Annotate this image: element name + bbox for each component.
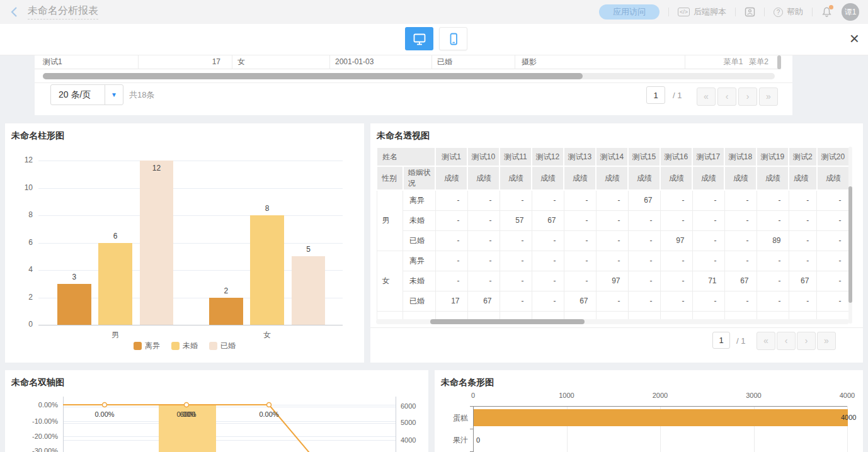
first-page-button[interactable]: « [697,88,716,106]
next-page-button[interactable]: › [738,88,757,106]
pivot-value-cell: - [532,251,564,271]
pivot-value-cell: - [564,251,596,271]
line-point[interactable] [103,403,107,407]
pivot-column-header: 测试16 [660,147,692,166]
switch-app-button[interactable] [745,7,755,17]
bar-蛋糕[interactable] [474,409,848,426]
pivot-value-cell: - [628,230,660,251]
vertical-scrollbar-thumb[interactable] [848,186,852,303]
bar-已婚-女[interactable] [292,256,326,325]
y-axis-tick-label: 4 [9,265,33,274]
page-size-select[interactable]: 20 条/页 ▼ [50,84,123,105]
back-button[interactable] [9,6,19,18]
mobile-view-button[interactable] [439,27,467,50]
pivot-value-cell: - [724,251,757,271]
bar-value-label: 6000 [180,410,195,418]
bar-未婚-男[interactable] [98,243,132,325]
help-button[interactable]: ? 帮助 [774,6,803,18]
pivot-dim-header: 婚姻状况 [403,166,436,190]
pivot-value-cell: - [500,190,532,210]
pivot-measure-header: 成绩 [532,166,564,190]
pivot-value-cell: 67 [564,291,596,311]
horizontal-scrollbar-thumb[interactable] [430,319,585,324]
legend-label: 未婚 [183,341,198,351]
pivot-column-header: 测试14 [596,147,628,166]
pivot-value-cell: - [628,210,660,230]
pivot-measure-header: 成绩 [724,166,757,190]
prev-page-button[interactable]: ‹ [717,88,736,106]
y-axis-tick-label: 12 [9,155,33,164]
next-page-button[interactable]: › [797,332,816,350]
line-point[interactable] [185,403,189,407]
pivot-value-cell: - [724,230,757,251]
bar-离异-女[interactable] [209,298,243,325]
last-page-button[interactable]: » [759,88,778,106]
page-number-input[interactable] [712,332,730,349]
pivot-value-cell: - [435,210,467,230]
pivot-row: 女离异------------- [377,251,849,271]
app-access-button[interactable]: 应用访问 [599,4,660,20]
first-page-button[interactable]: « [757,332,775,350]
table-row[interactable]: 测试1 17 女 2001-01-03 已婚 摄影 菜单1 菜单2 [35,55,781,69]
pivot-value-cell: - [467,210,500,230]
pivot-gender-cell: 男 [377,190,403,251]
app-root: 未命名分析报表 应用访问 </> 后端脚本 ? 帮助 [0,0,868,452]
y-axis-tick-label: 8 [9,210,33,219]
menu2-link[interactable]: 菜单2 [749,55,768,69]
pivot-status-cell: 未婚 [403,271,436,291]
user-avatar[interactable]: 谭1 [842,3,859,21]
pivot-measure-header: 成绩 [660,166,692,190]
vertical-scrollbar-track[interactable] [848,147,852,324]
pivot-value-cell: - [564,230,596,251]
bar-value-label: 4000 [841,414,856,421]
pivot-value-cell: - [467,190,500,210]
gridline [38,243,343,244]
pivot-value-cell: - [789,190,817,210]
desktop-view-button[interactable] [405,27,433,50]
bar-未婚-女[interactable] [250,215,284,325]
legend-item-离异[interactable]: 离异 [134,341,160,351]
pivot-value-cell: 17 [435,291,467,311]
pivot-measure-header: 成绩 [692,166,724,190]
legend-item-已婚[interactable]: 已婚 [209,341,236,351]
line-point[interactable] [267,403,271,407]
pivot-value-cell: - [817,271,849,291]
pivot-value-cell: - [692,291,724,311]
preview-toolbar: × [0,24,868,55]
notifications-button[interactable] [821,6,833,18]
pivot-column-header: 测试18 [724,147,757,166]
pivot-table: 姓名测试1测试10测试11测试12测试13测试14测试15测试16测试17测试1… [376,147,850,321]
pivot-row: 未婚--5767--------- [377,210,849,230]
chart-legend: 离异未婚已婚 [5,341,364,351]
bar-离异-男[interactable] [57,284,91,325]
legend-item-未婚[interactable]: 未婚 [171,341,198,351]
gridline [38,188,343,189]
pivot-value-cell: 67 [467,291,500,311]
pivot-value-cell: - [435,190,467,210]
last-page-button[interactable]: » [817,332,836,350]
pivot-value-cell: - [532,190,564,210]
menu1-link[interactable]: 菜单1 [724,55,743,69]
desktop-monitor-icon [412,31,427,47]
prev-page-button[interactable]: ‹ [777,332,796,350]
backend-script-button[interactable]: </> 后端脚本 [678,6,726,18]
bar-value-label: 3 [62,273,87,281]
bar-已婚-男[interactable] [140,161,174,325]
pivot-value-cell: - [532,291,564,311]
cell-menus: 菜单1 菜单2 [685,55,775,69]
x-axis-tick-label: 2000 [644,392,676,399]
close-preview-button[interactable]: × [850,30,859,47]
pivot-measure-header: 成绩 [435,166,467,190]
horizontal-scrollbar-track[interactable] [43,73,775,79]
pivot-value-cell: 97 [660,230,692,251]
pivot-measure-header: 成绩 [467,166,500,190]
report-title[interactable]: 未命名分析报表 [28,4,98,20]
page-number-input[interactable] [646,86,665,104]
pivot-value-cell: - [660,291,692,311]
panel-horizontal-bar-chart: 未命名条形图 01000200030004000蛋糕4000果汁0 [435,370,863,452]
horizontal-scrollbar-thumb[interactable] [43,73,583,79]
pivot-gender-cell: 女 [377,251,403,311]
bar-value-label: 2 [214,286,239,295]
vertical-scrollbar-thumb[interactable] [777,55,781,69]
horizontal-scrollbar-track[interactable] [376,319,849,324]
